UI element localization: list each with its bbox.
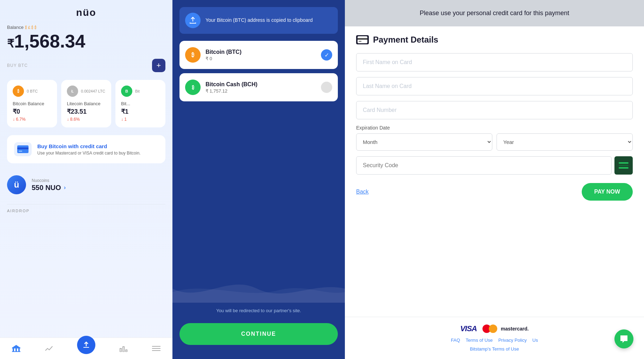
ltc-symbol: 0.002447 LTC [81,89,105,93]
footer-logos: VISA mastercard. [356,324,633,333]
svg-rect-6 [18,348,20,351]
btc-name: Bitcoin Balance [13,101,51,106]
nav-stats-icon[interactable] [119,345,128,352]
credit-card-icon [14,142,32,156]
other-symbol: Bit [135,89,140,93]
svg-marker-7 [12,345,20,348]
first-name-input[interactable] [356,53,633,71]
btc-notification: Your Bitcoin (BTC) address is copied to … [179,7,338,34]
other-card: B Bit Bit... ₹1 ↓ 1 [115,80,165,127]
nav-bank-icon[interactable] [12,345,20,352]
mastercard-label: mastercard. [501,326,529,332]
year-select[interactable]: Year 202420252026 202720282029 2030 [497,133,633,151]
wallet-panel: nüo Balance ₿ £ ₿ ₿ ₹1,568.34 BUY BTC + … [0,0,172,359]
btc-balance: ₹0 [13,108,51,115]
last-name-input[interactable] [356,77,633,95]
svg-rect-8 [12,351,20,352]
nuocoins-label: Nuocoins [32,178,66,183]
btc-item-icon: ₿ [185,47,201,63]
nav-menu-icon[interactable] [152,345,160,352]
expiry-row: Month 010203 040506 070809 101112 Year 2… [356,133,633,151]
btc-currency-item-bch[interactable]: ₿ Bitcoin Cash (BCH) ₹ 1,757.12 [179,73,338,101]
buy-btc-row: BUY BTC + [7,59,165,72]
btc-item-name: Bitcoin (BTC) [206,49,241,55]
add-button[interactable]: + [152,59,165,72]
other-icon: B [121,86,132,97]
nuocoins-arrow-icon: › [64,184,65,191]
payment-body: Payment Details Expiration Date Month 01… [345,26,644,317]
nav-chart-icon[interactable] [45,345,53,352]
security-icon-button[interactable] [614,156,633,175]
balance-label: Balance ₿ £ ₿ ₿ [7,25,165,30]
wave-decoration [172,275,345,303]
month-select[interactable]: Month 010203 040506 070809 101112 [356,133,492,151]
payment-footer: VISA mastercard. FAQ Terms of Use Privac… [345,317,644,359]
bch-item-icon: ₿ [185,80,201,95]
security-code-input[interactable] [356,156,612,175]
svg-rect-1 [17,147,29,149]
ltc-name: Litecoin Balance [67,101,106,106]
ltc-icon: Ł [67,86,78,97]
buy-bitcoin-desc: Use your Mastercard or VISA credit card … [37,151,140,156]
svg-rect-19 [359,41,361,42]
btc-icon: ₿ [13,86,24,97]
terms-link[interactable]: Terms of Use [466,338,493,343]
chat-button[interactable] [614,329,633,348]
nav-upload-button[interactable] [77,336,95,354]
buy-bitcoin-title: Buy Bitcoin with credit card [37,143,140,149]
buy-btc-button[interactable]: BUY BTC [7,63,28,68]
privacy-link[interactable]: Privacy Policy [498,338,527,343]
svg-rect-5 [15,348,17,351]
other-name: Bit... [121,101,160,106]
payment-title: Payment Details [356,35,633,45]
btc-currency-list: ₿ Bitcoin (BTC) ₹ 0 ✓ ₿ Bitcoin Cash (BC… [172,34,345,108]
svg-rect-18 [358,38,367,40]
expiry-label: Expiration Date [356,125,633,131]
btc-item-amount: ₹ 0 [206,56,241,61]
btc-notification-text: Your Bitcoin (BTC) address is copied to … [206,17,313,24]
svg-rect-4 [13,348,14,351]
share-icon [185,13,201,28]
payment-notice: Please use your personal credit card for… [345,0,644,26]
action-row: Back PAY NOW [356,183,633,201]
pay-now-button[interactable]: PAY NOW [582,183,633,201]
crypto-cards: ₿ 0 BTC Bitcoin Balance ₹0 ↓ 6.7% Ł 0.00… [7,80,165,127]
svg-rect-3 [12,348,20,348]
security-row [356,156,633,175]
bitstamp-terms-link[interactable]: Bitstamp's Terms of Use [470,346,519,352]
card-number-group [356,101,633,119]
visa-logo: VISA [460,324,477,333]
btc-redirect-text: You will be redirected to our partner's … [172,308,345,313]
ltc-balance: ₹23.51 [67,108,106,115]
ltc-change: ↓ 8.6% [67,117,106,122]
nuocoins-amount: 550 NUO › [32,184,66,192]
footer-links: FAQ Terms of Use Privacy Policy Us [356,338,633,343]
continue-button[interactable]: CONTINUE [179,323,338,345]
balance-amount: ₹1,568.34 [7,31,165,52]
btc-card: ₿ 0 BTC Bitcoin Balance ₹0 ↓ 6.7% [7,80,57,127]
svg-rect-11 [120,348,121,352]
bch-unselected-icon [321,82,332,93]
balance-section: Balance ₿ £ ₿ ₿ ₹1,568.34 [7,25,165,52]
faq-link[interactable]: FAQ [451,338,460,343]
btc-panel: Your Bitcoin (BTC) address is copied to … [172,0,345,359]
nuo-circle-icon: ü [7,175,26,194]
nuo-logo: nüo [7,7,165,18]
nuocoins-row[interactable]: ü Nuocoins 550 NUO › [7,171,165,199]
buy-bitcoin-card[interactable]: Buy Bitcoin with credit card Use your Ma… [7,135,165,163]
back-button[interactable]: Back [356,189,369,195]
btc-change: ↓ 6.7% [13,117,51,122]
first-name-group [356,53,633,71]
other-balance: ₹1 [121,108,160,115]
us-link[interactable]: Us [532,338,538,343]
svg-rect-13 [126,350,127,352]
btc-currency-item-btc[interactable]: ₿ Bitcoin (BTC) ₹ 0 ✓ [179,41,338,69]
other-change: ↓ 1 [121,117,160,122]
bch-item-name: Bitcoin Cash (BCH) [206,81,258,88]
card-number-input[interactable] [356,101,633,119]
btc-symbol: 0 BTC [27,89,38,93]
payment-panel: Please use your personal credit card for… [345,0,644,359]
last-name-group [356,77,633,95]
svg-rect-10 [83,347,89,348]
bch-item-amount: ₹ 1,757.12 [206,88,258,94]
